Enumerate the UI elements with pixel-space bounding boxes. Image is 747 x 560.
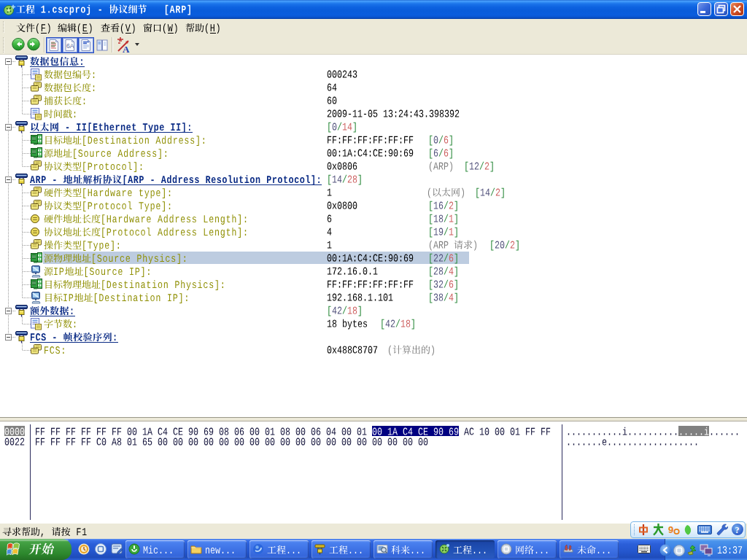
svg-text:9: 9 (668, 524, 673, 535)
svg-text:A: A (123, 44, 130, 54)
svg-text:6A: 6A (66, 42, 74, 50)
svg-text:?: ? (735, 525, 740, 535)
